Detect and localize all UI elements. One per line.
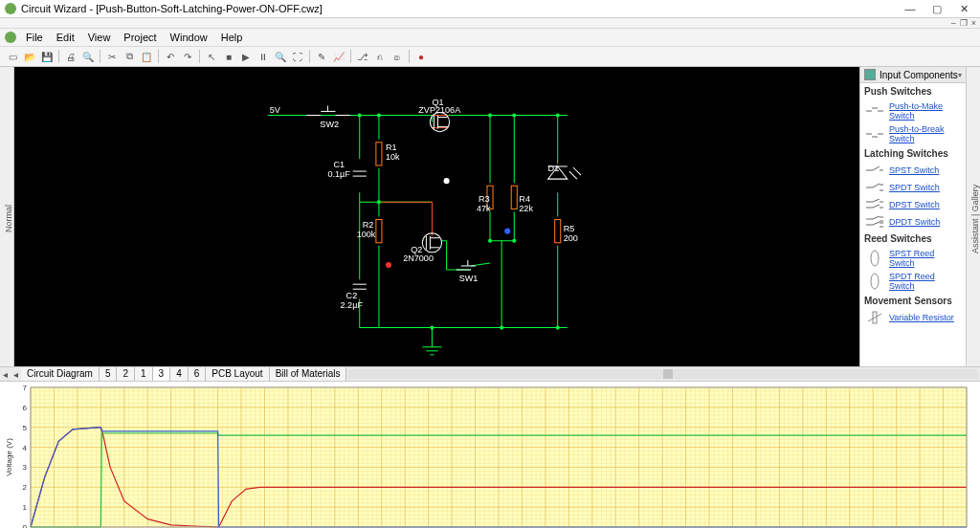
tool-b-icon[interactable]: ⎌	[372, 49, 388, 64]
svg-point-38	[377, 200, 381, 204]
svg-line-69	[573, 167, 581, 175]
gallery-link[interactable]: Variable Resistor	[889, 313, 954, 322]
circuit-canvas[interactable]: 5V SW2 C1 0.1µF R1 10k R2 100k R3 47k R4…	[14, 67, 859, 366]
svg-point-34	[377, 113, 381, 117]
svg-text:4: 4	[23, 444, 28, 452]
r1-label: R1	[386, 143, 397, 152]
toolbar: ▭ 📂 💾 🖨 🔍 ✂ ⧉ 📋 ↶ ↷ ↖ ■ ▶ ⏸ 🔍 ⛶ ✎ 📈 ⎇ ⎌ …	[0, 47, 980, 67]
mdi-close-button[interactable]: ×	[971, 18, 976, 28]
gallery-section-reed: Reed Switches	[860, 231, 966, 247]
tab-3[interactable]: 3	[153, 367, 171, 381]
gallery-link[interactable]: SPDT Switch	[889, 183, 940, 192]
svg-point-43	[512, 239, 516, 243]
gallery-dropdown-icon[interactable]: ▾	[958, 71, 962, 79]
record-icon[interactable]: ●	[413, 49, 429, 64]
svg-point-0	[5, 3, 16, 14]
gallery-link[interactable]: Push-to-Break Switch	[889, 124, 962, 143]
stop-icon[interactable]: ■	[221, 49, 236, 64]
switch-icon	[864, 198, 885, 211]
menu-project[interactable]: Project	[117, 32, 163, 43]
paste-icon[interactable]: 📋	[139, 49, 154, 64]
svg-point-40	[500, 326, 503, 330]
gallery-item[interactable]: SPDT Switch	[860, 179, 966, 196]
zoom-icon[interactable]: 🔍	[273, 49, 288, 64]
save-icon[interactable]: 💾	[39, 49, 55, 64]
cut-icon[interactable]: ✂	[104, 49, 120, 64]
gallery-item[interactable]: Variable Resistor	[860, 309, 966, 326]
tool-a-icon[interactable]: ⎇	[355, 49, 370, 64]
zoom-fit-icon[interactable]: ⛶	[290, 49, 305, 64]
svg-text:6: 6	[23, 404, 28, 412]
pause-icon[interactable]: ⏸	[256, 49, 271, 64]
viewmode-normal[interactable]: Normal	[4, 205, 13, 232]
close-button[interactable]: ✕	[951, 3, 976, 15]
tab-nav-first[interactable]: ◂	[0, 369, 11, 380]
menu-file[interactable]: File	[19, 32, 50, 43]
tab-nav-prev[interactable]: ◂	[11, 369, 21, 380]
tab-circuit[interactable]: Circuit Diagram	[21, 367, 100, 381]
horizontal-scrollbar[interactable]	[348, 369, 978, 379]
redo-icon[interactable]: ↷	[180, 49, 195, 64]
svg-point-42	[488, 239, 492, 243]
maximize-button[interactable]: ▢	[924, 3, 949, 15]
gallery-link[interactable]: DPST Switch	[889, 200, 940, 209]
mdi-restore-button[interactable]: ❐	[960, 18, 968, 28]
d1-label: D1	[548, 164, 560, 173]
gallery-link[interactable]: DPDT Switch	[889, 217, 940, 227]
tab-bom[interactable]: Bill of Materials	[270, 367, 347, 381]
print-icon[interactable]: 🖨	[63, 49, 78, 64]
svg-text:0: 0	[23, 523, 28, 528]
svg-point-37	[556, 113, 560, 117]
menu-view[interactable]: View	[81, 32, 118, 43]
q1-value: ZVP2106A	[418, 105, 461, 115]
tab-5[interactable]: 5	[100, 367, 118, 381]
svg-point-78	[444, 178, 450, 184]
gallery-title[interactable]: Input Components ▾	[860, 67, 966, 83]
probe-icon[interactable]: ✎	[314, 49, 329, 64]
r1-value: 10k	[386, 152, 400, 162]
pointer-icon[interactable]: ↖	[204, 49, 219, 64]
tab-pcb[interactable]: PCB Layout	[206, 367, 269, 381]
right-strip[interactable]: Assistant | Gallery	[966, 67, 980, 366]
mdi-minimize-button[interactable]: –	[951, 18, 956, 28]
tab-4[interactable]: 4	[170, 367, 189, 381]
menubar: File Edit View Project Window Help	[0, 29, 980, 47]
graph-icon[interactable]: 📈	[331, 49, 346, 64]
tab-2[interactable]: 2	[117, 367, 135, 381]
menu-edit[interactable]: Edit	[50, 32, 81, 43]
tab-6[interactable]: 6	[189, 367, 207, 381]
gallery-item[interactable]: SPST Reed Switch	[860, 247, 966, 270]
sw2-label: SW2	[320, 120, 339, 129]
menu-help[interactable]: Help	[214, 32, 250, 43]
tool-c-icon[interactable]: ⎄	[390, 49, 405, 64]
component-gallery: Input Components ▾ Push Switches Push-to…	[859, 67, 966, 366]
menu-window[interactable]: Window	[164, 32, 214, 43]
gallery-link[interactable]: Push-to-Make Switch	[889, 101, 962, 121]
print-preview-icon[interactable]: 🔍	[80, 49, 96, 64]
new-icon[interactable]: ▭	[5, 49, 20, 64]
gallery-item[interactable]: DPDT Switch	[860, 213, 966, 231]
gallery-item[interactable]: SPST Switch	[860, 162, 966, 179]
gallery-item[interactable]: DPST Switch	[860, 196, 966, 213]
gallery-item[interactable]: Push-to-Break Switch	[860, 122, 966, 145]
oscilloscope-graph[interactable]: 0123456705001000150020002500300035004000…	[0, 381, 980, 528]
gallery-link[interactable]: SPST Reed Switch	[889, 249, 962, 268]
svg-point-33	[358, 113, 362, 117]
svg-point-39	[430, 326, 434, 330]
minimize-button[interactable]: —	[898, 3, 923, 15]
left-view-strip[interactable]: Normal Voltage Levels Current Flow Logic…	[0, 67, 14, 366]
tab-1[interactable]: 1	[135, 367, 153, 381]
sw1-label: SW1	[459, 274, 479, 283]
play-icon[interactable]: ▶	[238, 49, 254, 64]
gallery-item[interactable]: SPDT Reed Switch	[860, 270, 966, 293]
gallery-item[interactable]: Push-to-Make Switch	[860, 99, 966, 122]
svg-line-103	[873, 222, 880, 225]
svg-line-96	[873, 205, 880, 208]
undo-icon[interactable]: ↶	[163, 49, 178, 64]
open-icon[interactable]: 📂	[22, 49, 37, 64]
gallery-link[interactable]: SPST Switch	[889, 165, 939, 175]
svg-point-106	[871, 251, 879, 266]
gallery-link[interactable]: SPDT Reed Switch	[889, 272, 962, 291]
svg-rect-53	[511, 186, 517, 209]
copy-icon[interactable]: ⧉	[122, 49, 137, 64]
